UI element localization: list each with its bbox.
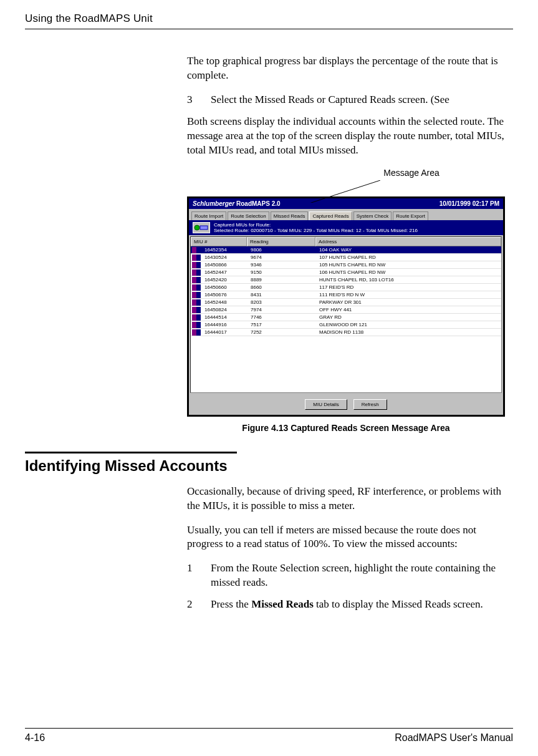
callout-label: Message Area — [312, 168, 511, 178]
message-line-1: Captured MIUs for Route: — [214, 222, 418, 228]
cell-address: HUNTS CHAPEL RD, 103 LOT16 — [317, 276, 501, 283]
cell-miu: 16452354 — [202, 246, 248, 253]
tab-captured-reads[interactable]: Captured Reads — [309, 211, 352, 220]
header-rule — [25, 29, 513, 29]
cell-address: 106 HUNTS CHAPEL RD NW — [317, 269, 501, 276]
cell-address: 117 REID'S RD — [317, 284, 501, 291]
row-icon — [192, 322, 201, 328]
section-heading: Identifying Missed Accounts — [25, 457, 513, 475]
table-row[interactable]: 164449167517GLENWOOD DR 121 — [191, 321, 501, 329]
cell-reading: 8660 — [248, 284, 317, 291]
cell-miu: 16444514 — [202, 314, 248, 321]
cell-address: GLENWOOD DR 121 — [317, 321, 501, 328]
titlebar: Schlumberger RoadMAPS 2.0 10/01/1999 02:… — [189, 198, 503, 209]
manual-title: RoadMAPS User's Manual — [395, 732, 513, 744]
section-rule — [25, 452, 237, 453]
col-header-miu[interactable]: MIU # — [191, 237, 247, 246]
figure-caption: Figure 4.13 Captured Reads Screen Messag… — [187, 423, 505, 433]
col-header-reading[interactable]: Reading — [247, 237, 315, 246]
table-row[interactable]: 164523549806104 OAK WAY — [191, 246, 501, 254]
cell-address: 105 HUNTS CHAPEL RD NW — [317, 261, 501, 268]
cell-reading: 9806 — [248, 246, 317, 253]
col-header-address[interactable]: Address — [315, 237, 501, 246]
table-row[interactable]: 164445147746GRAY RD — [191, 314, 501, 321]
step-text: Select the Missed Reads or Captured Read… — [211, 93, 513, 107]
row-icon — [192, 314, 201, 321]
cell-reading: 9674 — [248, 254, 317, 261]
message-area: Captured MIUs for Route: Selected Route:… — [189, 220, 503, 235]
step-3: 3 Select the Missed Reads or Captured Re… — [187, 93, 513, 107]
table-row[interactable]: 164524479150106 HUNTS CHAPEL RD NW — [191, 269, 501, 276]
step-number: 3 — [187, 93, 198, 107]
table-row[interactable]: 164508247974OFF HWY 441 — [191, 306, 501, 314]
step-text: From the Route Selection screen, highlig… — [211, 561, 513, 590]
cell-reading: 8889 — [248, 276, 317, 283]
intro-paragraph: The top graphical progress bar displays … — [187, 54, 513, 83]
row-icon — [192, 329, 201, 336]
row-icon — [192, 269, 201, 276]
tab-route-selection[interactable]: Route Selection — [228, 211, 269, 220]
cell-reading: 8431 — [248, 291, 317, 298]
table-row[interactable]: 164440177252MADISON RD 1138 — [191, 329, 501, 336]
step-2: 2 Press the Missed Reads tab to display … — [187, 598, 513, 612]
cell-reading: 9346 — [248, 261, 317, 268]
table-row[interactable]: 164506608660117 REID'S RD — [191, 284, 501, 291]
cell-address: 107 HUNTS CHAPEL RD — [317, 254, 501, 261]
table-row[interactable]: 164305249674107 HUNTS CHAPEL RD — [191, 254, 501, 261]
cell-reading: 7746 — [248, 314, 317, 321]
cell-miu: 16444017 — [202, 329, 248, 336]
page-number: 4-16 — [25, 732, 45, 744]
step-number: 1 — [187, 561, 198, 590]
app-datetime: 10/01/1999 02:17 PM — [440, 200, 499, 207]
cell-address: 104 OAK WAY — [317, 246, 501, 253]
table-empty-area — [191, 336, 501, 392]
tabstrip: Route Import Route Selection Missed Read… — [189, 209, 503, 220]
app-brand: Schlumberger RoadMAPS 2.0 — [193, 200, 281, 207]
step-number: 2 — [187, 598, 198, 612]
cell-miu: 16452420 — [202, 276, 248, 283]
cell-miu: 16452448 — [202, 299, 248, 306]
cell-miu: 16452447 — [202, 269, 248, 276]
section-p1: Occasionally, because of driving speed, … — [187, 485, 513, 513]
table-row[interactable]: 164508669346105 HUNTS CHAPEL RD NW — [191, 261, 501, 269]
cell-miu: 16450676 — [202, 291, 248, 298]
cell-address: OFF HWY 441 — [317, 306, 501, 313]
step-3-body: Both screens display the individual acco… — [187, 115, 513, 158]
app-window: Schlumberger RoadMAPS 2.0 10/01/1999 02:… — [187, 196, 505, 417]
table-row[interactable]: 164524208889HUNTS CHAPEL RD, 103 LOT16 — [191, 276, 501, 284]
cell-miu: 16450824 — [202, 306, 248, 313]
row-icon — [192, 307, 201, 313]
row-icon — [192, 254, 201, 261]
table-row[interactable]: 164524488203PARKWAY DR 301 — [191, 299, 501, 306]
tab-system-check[interactable]: System Check — [353, 211, 392, 220]
row-icon — [192, 247, 201, 253]
tab-route-export[interactable]: Route Export — [393, 211, 428, 220]
page-header: Using the RoadMAPS Unit — [25, 12, 513, 25]
tab-missed-reads[interactable]: Missed Reads — [271, 211, 309, 220]
row-icon — [192, 292, 201, 298]
message-line-2: Selected Route: 02000710 - Total MIUs: 2… — [214, 228, 418, 233]
miu-details-button[interactable]: MIU Details — [305, 399, 347, 410]
cell-address: 111 REID'S RD N W — [317, 291, 501, 298]
row-icon — [192, 277, 201, 283]
cell-reading: 7252 — [248, 329, 317, 336]
cell-reading: 7517 — [248, 321, 317, 328]
cell-reading: 9150 — [248, 269, 317, 276]
section-p2: Usually, you can tell if meters are miss… — [187, 523, 513, 552]
refresh-button[interactable]: Refresh — [353, 399, 387, 410]
step-1: 1 From the Route Selection screen, highl… — [187, 561, 513, 590]
cell-address: GRAY RD — [317, 314, 501, 321]
row-icon — [192, 299, 201, 306]
table-row[interactable]: 164506768431111 REID'S RD N W — [191, 291, 501, 299]
svg-rect-3 — [200, 226, 208, 230]
cell-address: MADISON RD 1138 — [317, 329, 501, 336]
cell-address: PARKWAY DR 301 — [317, 299, 501, 306]
route-icon — [193, 222, 210, 233]
cell-miu: 16450660 — [202, 284, 248, 291]
row-icon — [192, 262, 201, 268]
cell-miu: 16430524 — [202, 254, 248, 261]
cell-reading: 7974 — [248, 306, 317, 313]
cell-miu: 16444916 — [202, 321, 248, 328]
tab-route-import[interactable]: Route Import — [191, 211, 226, 220]
cell-miu: 16450866 — [202, 261, 248, 268]
